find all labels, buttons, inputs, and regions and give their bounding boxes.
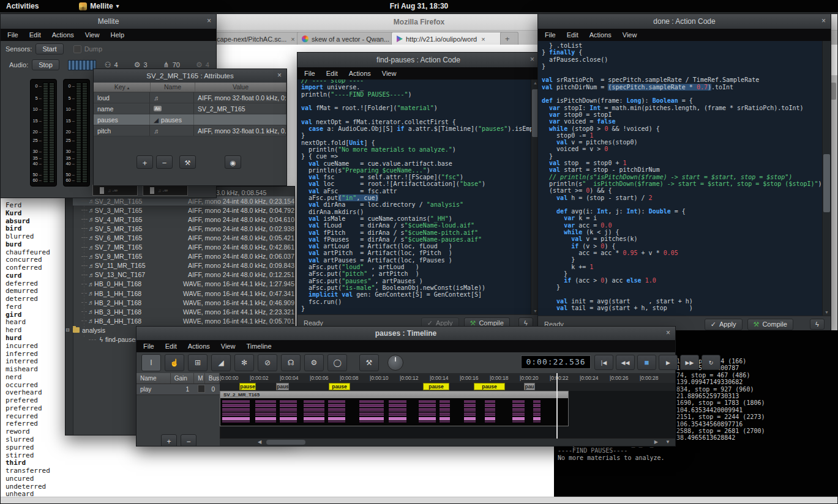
find-pauses-titlebar[interactable]: find-pauses : Action Code × (297, 53, 539, 67)
menu-actions[interactable]: Actions (584, 30, 617, 40)
browser-tab[interactable]: skew of a vector - Qwan...× (297, 32, 400, 45)
word-list-item[interactable]: misheard (6, 366, 50, 374)
menu-help[interactable]: Help (105, 30, 130, 40)
activities-button[interactable]: Activities (6, 2, 39, 10)
scroll-down-icon[interactable]: ▼ (823, 310, 831, 314)
crop-tool-icon[interactable]: ⊞ (188, 354, 208, 371)
word-list-item[interactable]: uncured (6, 475, 50, 483)
audio-cue-row[interactable]: ♬SV_6_MR_T165AIFF, mono 24-int 48.0 kHz,… (73, 233, 294, 242)
audio-cue-row[interactable]: ♬SV_3_MR_T165AIFF, mono 24-int 48.0 kHz,… (73, 206, 294, 215)
attribute-row[interactable]: nameAnSV_2_MR_T165 (94, 103, 286, 114)
menu-file[interactable]: File (2, 30, 24, 40)
word-list-item[interactable]: ferd (6, 303, 50, 311)
menu-view[interactable]: View (376, 69, 402, 78)
play-button[interactable]: ▶ (659, 355, 678, 370)
pause-marker[interactable]: pau (524, 383, 535, 390)
selection-tool-icon[interactable]: I (141, 354, 161, 371)
close-icon[interactable]: × (530, 55, 534, 64)
menu-file[interactable]: File (138, 341, 160, 351)
word-list-item[interactable]: hurd (6, 335, 50, 343)
pause-marker[interactable]: pause (329, 383, 350, 390)
audio-cue-row[interactable]: ♬HB_3_HH_T168WAVE, mono 16-int 44.1 kHz,… (73, 307, 294, 316)
oscilloscope-tool-icon[interactable]: ◯ (327, 354, 347, 371)
word-list-item[interactable]: Kurd (6, 210, 50, 218)
word-list-item[interactable]: slurred (6, 436, 50, 444)
menu-actions[interactable]: Actions (182, 341, 215, 351)
timeline-hscrollbar[interactable]: ◀ ▶ ▼ (220, 438, 675, 446)
dump-checkbox[interactable] (73, 45, 81, 53)
menu-edit[interactable]: Edit (160, 341, 182, 351)
word-list-item[interactable]: transferred (6, 467, 50, 475)
audio-region[interactable]: SV_2_MR_T165 (220, 391, 569, 426)
pause-marker[interactable]: pause (239, 383, 256, 390)
scrollbar[interactable]: ▼ (822, 41, 831, 316)
close-icon[interactable]: × (291, 35, 294, 43)
track-gain[interactable]: 1 (172, 386, 189, 393)
browser-tab[interactable]: http://v21.io/oulipo/word× (391, 32, 507, 45)
add-track-button[interactable]: + (161, 434, 177, 446)
attribute-row[interactable]: pitch♬AIFF, mono 32-float 0.1 kHz, 0... (94, 125, 286, 136)
audio-cue-row[interactable]: ♬HB_4_HH_T168WAVE, mono 16-int 44.1 kHz,… (73, 316, 294, 325)
word-list-item[interactable]: incurred (6, 343, 50, 350)
pause-marker[interactable]: pause (474, 383, 505, 390)
sensors-start-button[interactable]: Start (36, 43, 63, 54)
wrench-icon[interactable]: ⚒ (179, 155, 196, 169)
audio-cue-row[interactable]: ♬SV_5_MR_T165AIFF, mono 24-int 48.0 kHz,… (73, 224, 294, 233)
monitor-knob[interactable] (387, 355, 403, 371)
done-titlebar[interactable]: done : Action Code × (538, 14, 831, 29)
collapse-handle-icon[interactable]: ⊟ (65, 327, 73, 333)
column-header-key[interactable]: Key ▴ (94, 83, 151, 92)
remove-track-button[interactable]: − (181, 434, 196, 446)
apply-button[interactable]: ✓Apply (705, 319, 743, 330)
new-tab-button[interactable]: + (500, 32, 518, 45)
mute-toggle[interactable] (198, 385, 205, 393)
word-list-item[interactable]: prefered (6, 397, 50, 405)
app-menu[interactable]: Mellite ▾ (79, 2, 119, 10)
word-list-item[interactable]: conferred (6, 264, 50, 272)
audio-cue-row[interactable]: ♬HB_1_HH_T168WAVE, mono 16-int 44.1 kHz,… (73, 289, 294, 298)
close-icon[interactable]: × (666, 328, 670, 337)
attributes-titlebar[interactable]: SV_2_MR_T165 : Attributes × (94, 69, 286, 83)
wrench-icon[interactable]: ⚒ (359, 354, 379, 371)
close-icon[interactable]: × (481, 35, 485, 43)
gain-tool-icon[interactable]: ✻ (234, 354, 254, 371)
track-bus[interactable]: 0 (205, 386, 220, 393)
time-ruler[interactable]: |0:00:00|0:00:02|0:00:04|0:00:06|0:00:08… (220, 373, 675, 384)
slider-thumb[interactable] (100, 187, 104, 194)
skip-to-start-button[interactable]: |◀ (594, 355, 613, 370)
menu-edit[interactable]: Edit (24, 30, 47, 40)
pause-marker[interactable]: pause (423, 383, 449, 390)
menu-actions[interactable]: Actions (343, 69, 376, 78)
menu-file[interactable]: File (539, 30, 561, 40)
menu-edit[interactable]: Edit (561, 30, 584, 40)
headphone-gain-slider[interactable]: ♫ -∞ (92, 185, 138, 196)
timeline-titlebar[interactable]: pauses : Timeline × (137, 327, 675, 340)
word-list-item[interactable]: burd (6, 241, 50, 249)
audio-cue-row[interactable]: ♬HB_2_HH_T168WAVE, mono 16-int 44.1 kHz,… (73, 298, 294, 307)
compile-button[interactable]: ⚒Compile (747, 319, 793, 330)
column-header-value[interactable]: Value (195, 83, 286, 92)
eye-icon[interactable]: ◉ (225, 155, 241, 169)
word-list-item[interactable]: nerd (6, 374, 50, 382)
playhead-cursor[interactable] (556, 373, 558, 439)
rewind-button[interactable]: ◀◀ (616, 355, 635, 370)
attribute-row[interactable]: pauses◢pauses (94, 114, 286, 125)
code-editor[interactable]: // ---- stop ---- import universe._ prin… (297, 80, 531, 314)
track-row[interactable]: play 1 0 (137, 384, 220, 395)
word-list-item[interactable]: preferred (6, 405, 50, 413)
bolt-icon[interactable]: ϟ (810, 319, 825, 330)
word-list-item[interactable]: curd (6, 272, 50, 280)
clock[interactable]: Fri Aug 31, 18:30 (390, 2, 449, 10)
menu-timeline[interactable]: Timeline (241, 341, 277, 351)
code-editor[interactable]: } .toList } finally { afPauses.close() }… (538, 41, 823, 316)
close-icon[interactable]: × (207, 17, 211, 25)
audio-cue-row[interactable]: ♬SV_9_MR_T165AIFF, mono 24-int 48.0 kHz,… (73, 252, 294, 261)
scroll-down-icon[interactable]: ▼ (665, 439, 670, 446)
hand-tool-icon[interactable]: ☝ (165, 354, 184, 371)
stop-button[interactable]: ■ (637, 355, 656, 370)
word-list-item[interactable]: spurred (6, 444, 50, 452)
menu-view[interactable]: View (80, 30, 105, 40)
audio-cue-row[interactable]: ♬SV_11_MR_T165AIFF, mono 24-int 48.0 kHz… (73, 261, 294, 270)
column-header-name[interactable]: Name (151, 83, 195, 92)
word-list-item[interactable]: blurred (6, 233, 50, 241)
